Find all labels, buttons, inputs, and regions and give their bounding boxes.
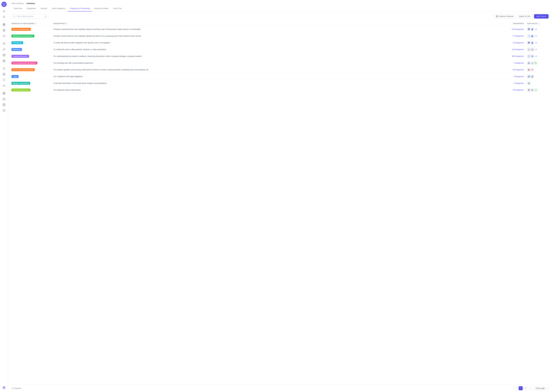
datapoints-link[interactable]: 4 Datapoints xyxy=(514,76,524,77)
nav-user-icon[interactable] xyxy=(1,14,7,20)
datapoints-cell[interactable]: 518 Datapoints xyxy=(502,26,526,33)
add-purpose-button[interactable]: Add Purpose xyxy=(534,14,549,19)
search-box[interactable]: Click to filter purposes + xyxy=(12,14,49,19)
tab-data-categories[interactable]: Data Categories xyxy=(50,6,68,12)
silo-icon[interactable]: 🌐 xyxy=(531,55,534,58)
silo-icon[interactable]: 🔄 xyxy=(531,48,534,51)
nav-database-icon[interactable] xyxy=(1,53,7,58)
datapoints-link[interactable]: 518 Datapoints xyxy=(512,28,524,30)
silo-icon[interactable]: ☁️ xyxy=(534,88,537,91)
datapoints-link[interactable]: 4 Datapoints xyxy=(514,82,524,84)
tab-data-silos[interactable]: Data Silos xyxy=(12,6,25,12)
page-1-button[interactable]: 1 xyxy=(519,386,523,390)
svg-point-2 xyxy=(4,11,4,12)
datapoints-link[interactable]: 130 Datapoints xyxy=(512,49,524,50)
silo-icon[interactable]: ⬇️ xyxy=(527,75,530,78)
purpose-badge[interactable]: Basic Service/Feature xyxy=(12,28,31,31)
nav-sliders-icon[interactable] xyxy=(1,83,7,88)
app-logo[interactable] xyxy=(1,2,7,7)
nav-globe-icon[interactable] xyxy=(1,22,7,27)
purpose-badge[interactable]: Marketing xyxy=(12,48,22,51)
nav-server-icon[interactable] xyxy=(1,102,7,107)
silo-icon[interactable]: 📊 xyxy=(531,62,534,65)
breadcrumb-parent[interactable]: Data Inventory xyxy=(12,2,24,4)
nav-overview-icon[interactable] xyxy=(1,9,7,14)
nav-file-search-icon[interactable] xyxy=(1,72,7,77)
nav-gift-icon[interactable] xyxy=(1,385,7,390)
purpose-badge[interactable]: Additional Service/Feature xyxy=(12,35,34,37)
silo-icon[interactable]: 👤 xyxy=(531,28,534,31)
datasilos-info-icon[interactable]: i xyxy=(538,22,540,24)
columns-button[interactable]: Columns: Personal xyxy=(494,14,516,19)
datapoints-cell[interactable]: 4 Datapoints xyxy=(502,80,526,87)
nav-id-icon[interactable] xyxy=(1,58,7,63)
datapoints-link[interactable]: 300 Datapoints xyxy=(512,55,524,57)
datapoints-cell[interactable]: 57 Datapoints xyxy=(502,33,526,40)
nav-users-icon[interactable] xyxy=(1,41,7,46)
nav-eye-off-icon[interactable] xyxy=(1,97,7,102)
header: Data Inventory › Inventory Data Silos Da… xyxy=(8,0,552,12)
silo-icon[interactable]: 📋 xyxy=(527,55,530,58)
silo-icon[interactable]: ✏️ xyxy=(534,62,537,65)
datapoints-cell[interactable]: 29 Datapoints xyxy=(502,87,526,93)
per-page-selector[interactable]: 10 per page xyxy=(534,386,549,390)
tab-vendors[interactable]: Vendors xyxy=(38,6,50,12)
datapoints-cell[interactable]: 15 Datapoints xyxy=(502,40,526,46)
pagination: ‹ 1 2 › xyxy=(514,386,532,390)
nav-layers-icon[interactable] xyxy=(1,28,7,33)
silo-icon[interactable]: ⬇️ xyxy=(531,75,534,78)
nav-hexagon-icon[interactable] xyxy=(1,34,7,39)
purpose-badge[interactable]: Merger & Acquisition xyxy=(12,82,30,85)
datapoints-link[interactable]: 4 Datapoints xyxy=(514,62,524,64)
export-label: Export To CSV xyxy=(519,15,530,17)
datapoints-cell[interactable]: 4 Datapoints xyxy=(502,73,526,80)
datapoints-link[interactable]: 57 Datapoints xyxy=(513,35,524,37)
purpose-badge[interactable]: Service Operation/Security xyxy=(12,68,35,71)
data-silos-cell: ⬇️⬇️ xyxy=(526,73,549,80)
nav-shield-icon[interactable] xyxy=(1,77,7,83)
datapoints-link[interactable]: 15 Datapoints xyxy=(513,42,524,44)
silo-icon[interactable]: 🇨 xyxy=(531,68,534,71)
silo-icon[interactable]: 🖥️ xyxy=(527,41,530,44)
silo-icon[interactable]: 🗒️ xyxy=(527,35,530,38)
description-info-icon[interactable]: i xyxy=(65,22,67,24)
tab-business-entities[interactable]: Business Entities xyxy=(92,6,111,12)
nav-link-icon[interactable] xyxy=(1,47,7,52)
purpose-badge[interactable]: Third-party Data Sale xyxy=(12,89,30,91)
prev-page-button[interactable]: ‹ xyxy=(514,386,518,390)
silo-icon[interactable]: 🫒 xyxy=(527,82,530,85)
silo-icon[interactable]: 🏛️ xyxy=(527,62,530,65)
sidebar-divider-4 xyxy=(2,89,6,90)
datapoints-cell[interactable]: 130 Datapoints xyxy=(502,46,526,53)
datapoints-link[interactable]: 29 Datapoints xyxy=(513,89,524,91)
table-row: MarketingTo contact the user to offer pr… xyxy=(12,46,549,53)
purpose-info-icon[interactable]: i xyxy=(35,22,37,24)
silo-icon[interactable]: ❤️‍🔥 xyxy=(527,68,530,71)
purpose-badge[interactable]: Legal xyxy=(12,75,19,78)
silo-icon[interactable]: 👤 xyxy=(531,41,534,44)
datapoints-cell[interactable]: 90 Datapoints xyxy=(502,66,526,73)
datapoints-link[interactable]: 90 Datapoints xyxy=(513,69,524,71)
svg-rect-25 xyxy=(4,92,5,93)
silo-icon[interactable]: 👥 xyxy=(531,35,534,38)
tab-purposes-of-processing[interactable]: Purposes of Processing xyxy=(68,6,92,12)
next-page-button[interactable]: › xyxy=(528,386,532,390)
silo-icon[interactable]: 📋 xyxy=(527,48,530,51)
purpose-badge[interactable]: Analytics/Research xyxy=(12,55,29,58)
nav-grid-icon[interactable] xyxy=(1,91,7,96)
nav-search-icon[interactable] xyxy=(1,66,7,71)
purpose-badge[interactable]: Advertising xyxy=(12,41,23,44)
purpose-badge[interactable]: Personalization/Customization xyxy=(12,62,37,64)
page-2-button[interactable]: 2 xyxy=(523,386,528,390)
nav-monitor-icon[interactable] xyxy=(1,108,7,113)
silo-icon[interactable]: 🦆 xyxy=(531,88,534,91)
datapoints-cell[interactable]: 4 Datapoints xyxy=(502,60,526,66)
tab-audit-trail[interactable]: Audit Trail xyxy=(111,6,124,12)
silo-icon[interactable]: 🦆 xyxy=(527,88,530,91)
table-body: Basic Service/FeatureProvide a service t… xyxy=(12,26,549,93)
search-add-filter-button[interactable]: + xyxy=(44,15,47,18)
tab-datapoints[interactable]: Datapoints xyxy=(25,6,38,12)
export-button[interactable]: Export To CSV xyxy=(517,14,532,19)
datapoints-cell[interactable]: 300 Datapoints xyxy=(502,53,526,60)
silo-icon[interactable]: 🖥️ xyxy=(527,28,530,31)
